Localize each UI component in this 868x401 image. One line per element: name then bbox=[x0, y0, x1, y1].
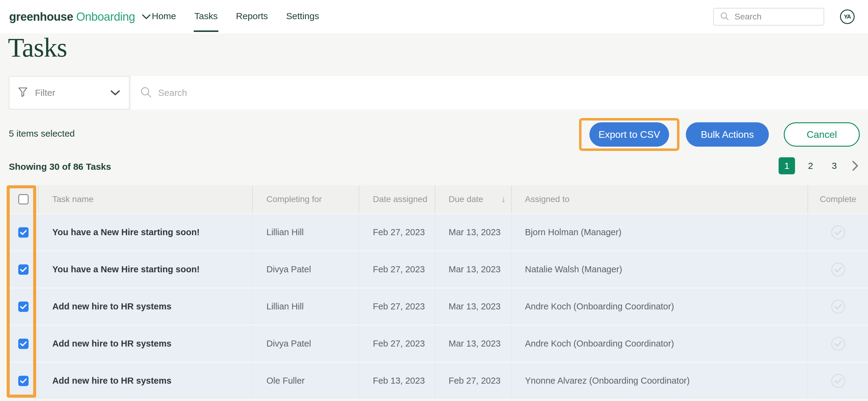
logo-secondary: Onboarding bbox=[76, 10, 135, 24]
column-header-assigned-to[interactable]: Assigned to bbox=[525, 194, 569, 204]
page-2-button[interactable]: 2 bbox=[802, 157, 819, 174]
column-header-date-assigned[interactable]: Date assigned bbox=[373, 194, 427, 204]
sort-descending-icon[interactable]: ↓ bbox=[501, 194, 506, 204]
task-name[interactable]: You have a New Hire starting soon! bbox=[52, 227, 200, 237]
due-date: Mar 13, 2023 bbox=[448, 339, 501, 349]
mark-complete-icon[interactable] bbox=[831, 300, 845, 314]
completing-for: Ole Fuller bbox=[267, 376, 305, 386]
table-row: Add new hire to HR systems Lillian Hill … bbox=[9, 288, 868, 325]
completing-for: Divya Patel bbox=[267, 339, 311, 349]
completing-for: Lillian Hill bbox=[267, 227, 304, 237]
task-name[interactable]: You have a New Hire starting soon! bbox=[52, 265, 200, 274]
search-icon bbox=[140, 86, 152, 99]
mark-complete-icon[interactable] bbox=[831, 263, 845, 277]
completing-for: Divya Patel bbox=[267, 265, 311, 274]
completing-for: Lillian Hill bbox=[267, 302, 304, 312]
chevron-down-icon[interactable] bbox=[142, 14, 151, 20]
due-date: Mar 13, 2023 bbox=[448, 227, 501, 237]
global-search-placeholder: Search bbox=[735, 12, 762, 22]
user-avatar[interactable]: YA bbox=[840, 9, 855, 24]
nav-tasks[interactable]: Tasks bbox=[194, 2, 218, 32]
date-assigned: Feb 27, 2023 bbox=[373, 302, 425, 312]
table-row: You have a New Hire starting soon! Divya… bbox=[9, 251, 868, 287]
main-nav: Home Tasks Reports Settings bbox=[151, 0, 320, 33]
page-title: Tasks bbox=[8, 32, 67, 63]
filter-chevron-down-icon bbox=[110, 90, 120, 96]
select-all-checkbox[interactable] bbox=[18, 194, 29, 205]
mark-complete-icon[interactable] bbox=[831, 225, 845, 240]
showing-count: Showing 30 of 86 Tasks bbox=[9, 161, 111, 172]
results-summary-row: Showing 30 of 86 Tasks 1 2 3 bbox=[0, 157, 868, 176]
filter-label: Filter bbox=[35, 88, 55, 98]
search-icon bbox=[720, 11, 729, 22]
selection-action-row: 5 items selected Export to CSV Bulk Acti… bbox=[0, 118, 868, 151]
tasks-search-input[interactable]: Search bbox=[131, 76, 868, 110]
assigned-to: Ynonne Alvarez (Onboarding Coordinator) bbox=[525, 376, 690, 386]
greenhouse-logo[interactable]: greenhouse Onboarding bbox=[9, 0, 151, 33]
selected-count: 5 items selected bbox=[9, 128, 75, 139]
tasks-page: greenhouse Onboarding Home Tasks Reports… bbox=[0, 0, 868, 401]
date-assigned: Feb 27, 2023 bbox=[373, 227, 425, 237]
page-1-button[interactable]: 1 bbox=[779, 157, 795, 174]
export-to-csv-button[interactable]: Export to CSV bbox=[589, 122, 669, 147]
bulk-actions-button[interactable]: Bulk Actions bbox=[686, 122, 769, 147]
row-checkbox[interactable] bbox=[18, 227, 29, 238]
filter-bar: Filter Search bbox=[0, 76, 868, 110]
due-date: Mar 13, 2023 bbox=[448, 265, 501, 274]
nav-reports[interactable]: Reports bbox=[236, 2, 269, 32]
column-header-due-date[interactable]: Due date bbox=[448, 194, 483, 204]
tasks-table: Task name Completing for Date assigned D… bbox=[9, 185, 868, 399]
row-checkbox[interactable] bbox=[18, 302, 29, 312]
date-assigned: Feb 13, 2023 bbox=[373, 376, 425, 386]
date-assigned: Feb 27, 2023 bbox=[373, 265, 425, 274]
row-checkbox[interactable] bbox=[18, 265, 29, 275]
global-search-input[interactable]: Search bbox=[713, 8, 824, 26]
column-header-complete: Complete bbox=[820, 194, 857, 204]
mark-complete-icon[interactable] bbox=[831, 337, 845, 351]
task-name[interactable]: Add new hire to HR systems bbox=[52, 339, 172, 349]
pagination: 1 2 3 bbox=[779, 157, 861, 175]
nav-settings[interactable]: Settings bbox=[286, 2, 320, 32]
table-row: You have a New Hire starting soon! Lilli… bbox=[9, 214, 868, 250]
column-header-task-name[interactable]: Task name bbox=[52, 194, 93, 204]
assigned-to: Bjorn Holman (Manager) bbox=[525, 227, 622, 237]
date-assigned: Feb 27, 2023 bbox=[373, 339, 425, 349]
mark-complete-icon[interactable] bbox=[831, 374, 845, 388]
nav-home[interactable]: Home bbox=[151, 2, 177, 32]
task-name[interactable]: Add new hire to HR systems bbox=[52, 376, 172, 386]
table-row: Add new hire to HR systems Divya Patel F… bbox=[9, 326, 868, 362]
row-checkbox[interactable] bbox=[18, 339, 29, 349]
table-header-row: Task name Completing for Date assigned D… bbox=[9, 185, 868, 213]
tasks-search-placeholder: Search bbox=[158, 88, 187, 98]
row-checkbox[interactable] bbox=[18, 376, 29, 386]
filter-funnel-icon bbox=[18, 87, 28, 99]
top-navigation-bar: greenhouse Onboarding Home Tasks Reports… bbox=[0, 0, 868, 33]
assigned-to: Natalie Walsh (Manager) bbox=[525, 265, 622, 274]
logo-primary: greenhouse bbox=[9, 10, 73, 24]
due-date: Feb 27, 2023 bbox=[448, 376, 501, 386]
cancel-button[interactable]: Cancel bbox=[784, 122, 860, 147]
column-header-completing-for[interactable]: Completing for bbox=[267, 194, 322, 204]
assigned-to: Andre Koch (Onboarding Coordinator) bbox=[525, 339, 674, 349]
table-row: Add new hire to HR systems Ole Fuller Fe… bbox=[9, 363, 868, 399]
task-name[interactable]: Add new hire to HR systems bbox=[52, 302, 172, 312]
filter-dropdown[interactable]: Filter bbox=[9, 76, 130, 110]
assigned-to: Andre Koch (Onboarding Coordinator) bbox=[525, 302, 674, 312]
avatar-initials: YA bbox=[844, 13, 851, 20]
page-3-button[interactable]: 3 bbox=[826, 157, 842, 174]
due-date: Mar 13, 2023 bbox=[448, 302, 501, 312]
next-page-chevron-icon[interactable] bbox=[850, 160, 861, 171]
